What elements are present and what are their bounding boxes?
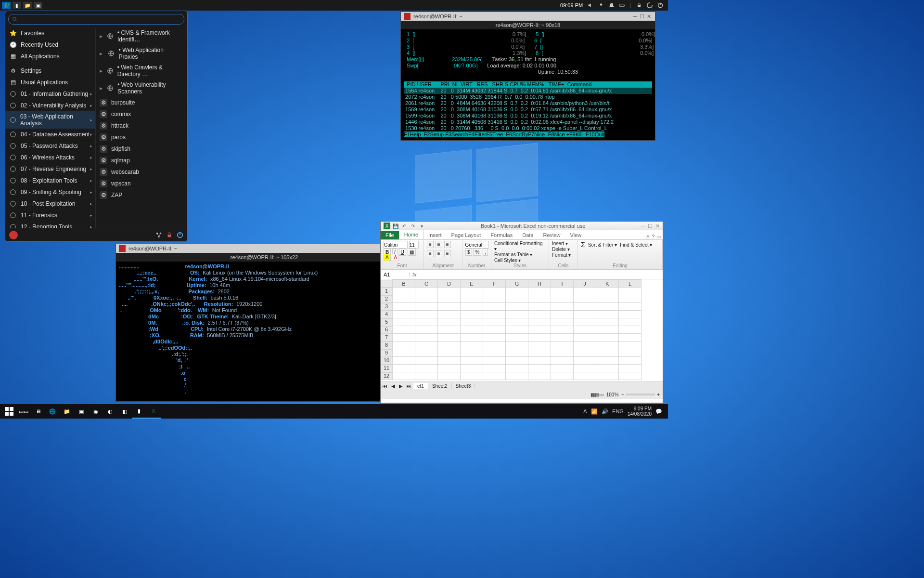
submenu-category[interactable]: ▸• Web Crawlers & Directory … <box>96 62 187 79</box>
sheet-tab[interactable]: et1 <box>413 383 428 389</box>
tool-httrack[interactable]: ⚙httrack <box>96 120 187 131</box>
menu-cat-11[interactable]: 11 - Forensics▸ <box>5 210 95 221</box>
tool-wpscan[interactable]: ⚙wpscan <box>96 178 187 189</box>
insert-cells[interactable]: Insert ▾ <box>552 241 568 246</box>
submenu-category[interactable]: ▸• Web Application Proxies <box>96 45 187 62</box>
notification-icon[interactable]: 💬 <box>655 408 662 415</box>
search-field[interactable] <box>8 14 184 25</box>
window-options-icon[interactable]: ▭ <box>656 234 661 239</box>
maximize-button[interactable]: ☐ <box>639 13 645 20</box>
ribbon-minimize-icon[interactable]: ᐱ <box>646 234 650 239</box>
tab-view[interactable]: View <box>565 231 587 239</box>
start-button[interactable] <box>2 404 16 419</box>
zoom-out[interactable]: − <box>621 392 624 397</box>
tray-network-icon[interactable]: 📶 <box>591 408 598 415</box>
chrome-icon[interactable]: ◉ <box>89 404 103 419</box>
name-box[interactable]: A1 <box>381 272 410 277</box>
save-icon[interactable]: 💾 <box>392 223 399 229</box>
border-button[interactable]: ▦ <box>408 249 416 256</box>
power-icon[interactable] <box>177 232 183 238</box>
terminal-titlebar[interactable]: re4son@WOPR-II: ~ ─ ☐ ✕ <box>401 12 655 21</box>
tab-review[interactable]: Review <box>538 231 565 239</box>
bell-icon[interactable] <box>609 2 615 8</box>
tool-paros[interactable]: ⚙paros <box>96 131 187 143</box>
align-left[interactable]: ≡ <box>427 250 434 257</box>
menu-cat-08[interactable]: 08 - Exploitation Tools▸ <box>5 175 95 186</box>
tool-commix[interactable]: ⚙commix <box>96 108 187 120</box>
fill-color-button[interactable]: A <box>384 254 391 261</box>
align-top[interactable]: ≡ <box>427 241 434 248</box>
terminal-icon[interactable]: ▣ <box>34 2 42 9</box>
format-cells[interactable]: Format ▾ <box>552 252 571 258</box>
power-icon[interactable] <box>657 2 663 8</box>
qat-dropdown-icon[interactable]: ▾ <box>418 223 425 229</box>
tab-nav-prev[interactable]: ◀ <box>389 383 397 389</box>
terminal-running-icon[interactable]: ▮ <box>132 404 146 419</box>
power-cycle-icon[interactable] <box>647 2 653 8</box>
number-format[interactable] <box>465 241 489 249</box>
menu-cat-07[interactable]: 07 - Reverse Engineering▸ <box>5 163 95 175</box>
cell-styles[interactable]: Cell Styles ▾ <box>494 258 521 263</box>
redo-icon[interactable]: ↷ <box>410 223 416 229</box>
font-color-button[interactable]: A <box>392 254 399 261</box>
tab-data[interactable]: Data <box>517 231 538 239</box>
menu-cat-10[interactable]: 10 - Post Exploitation▸ <box>5 198 95 210</box>
help-icon[interactable]: ? <box>652 234 654 239</box>
format-as-table[interactable]: Format as Table ▾ <box>494 252 532 257</box>
battery-icon[interactable] <box>619 2 625 8</box>
minimize-button[interactable]: ─ <box>641 223 645 229</box>
files-icon[interactable]: ▮ <box>13 2 21 9</box>
volume-icon[interactable] <box>588 2 593 8</box>
task-app-1-icon[interactable]: 🖥 <box>31 404 45 419</box>
align-bot[interactable]: ≡ <box>444 241 451 248</box>
terminal-body[interactable]: .............. re4son@WOPR-II ..,;:ccc,.… <box>116 262 412 401</box>
tab-formulas[interactable]: Formulas <box>486 231 517 239</box>
tab-nav-first[interactable]: ⏮ <box>381 383 389 389</box>
font-size[interactable] <box>409 241 419 249</box>
percent-button[interactable]: % <box>473 249 481 256</box>
tray-chevron-icon[interactable]: ᐱ <box>583 408 587 415</box>
sheet-tab[interactable]: Sheet2 <box>428 383 452 389</box>
menu-cat-09[interactable]: 09 - Sniffing & Spoofing▸ <box>5 186 95 198</box>
tool-skipfish[interactable]: ⚙skipfish <box>96 143 187 155</box>
folder-icon[interactable]: 📁 <box>23 2 32 9</box>
lock-icon[interactable] <box>636 2 642 8</box>
currency-button[interactable]: $ <box>465 249 472 256</box>
menu-settings[interactable]: ⚙Settings <box>5 65 95 77</box>
menu-cat-06[interactable]: 06 - Wireless Attacks▸ <box>5 152 95 163</box>
task-view-icon[interactable]: ▭▭ <box>16 404 31 419</box>
tab-home[interactable]: Home <box>399 230 424 239</box>
submenu-category[interactable]: ▸• CMS & Framework Identifi… <box>96 27 187 45</box>
conditional-formatting[interactable]: Conditional Formatting ▾ <box>494 241 546 251</box>
view-layout-icon[interactable]: ▤ <box>595 392 599 397</box>
app-icon[interactable]: ◧ <box>117 404 132 419</box>
menu-cat-12[interactable]: 12 - Reporting Tools▸ <box>5 221 95 228</box>
zoom-in[interactable]: + <box>657 392 660 397</box>
menu-cat-04[interactable]: 04 - Database Assessment▸ <box>5 129 95 140</box>
close-button[interactable]: ✕ <box>645 13 652 20</box>
kali-dragon-icon[interactable]: 🐉 <box>2 2 11 9</box>
menu-cat-01[interactable]: 01 - Information Gathering▸ <box>5 88 95 100</box>
submenu-category[interactable]: ▸• Web Vulnerability Scanners <box>96 79 187 97</box>
view-break-icon[interactable]: ▭ <box>599 392 603 397</box>
fx-label[interactable]: fx <box>410 272 420 277</box>
comma-button[interactable]: , <box>483 249 488 256</box>
tab-page-layout[interactable]: Page Layout <box>447 231 486 239</box>
font-name[interactable] <box>384 241 408 249</box>
tray-lang[interactable]: ENG <box>612 408 624 414</box>
sort-filter[interactable]: Sort & Filter ▾ <box>588 242 617 248</box>
terminal-icon[interactable]: ▣ <box>74 404 89 419</box>
tool-sqlmap[interactable]: ⚙sqlmap <box>96 155 187 166</box>
tray-volume-icon[interactable]: 🔊 <box>602 408 608 415</box>
maximize-button[interactable]: ☐ <box>648 223 653 229</box>
menu-favorites[interactable]: ⭐Favorites <box>5 27 95 39</box>
search-input[interactable] <box>20 16 180 23</box>
file-explorer-icon[interactable]: 📁 <box>60 404 74 419</box>
mic-icon[interactable] <box>598 2 604 8</box>
delete-cells[interactable]: Delete ▾ <box>552 247 570 252</box>
find-select[interactable]: Find & Select ▾ <box>620 242 652 248</box>
excel-running-icon[interactable]: X <box>146 404 161 419</box>
undo-icon[interactable]: ↶ <box>401 223 408 229</box>
user-avatar-icon[interactable] <box>9 231 18 239</box>
formula-input[interactable] <box>420 271 663 278</box>
